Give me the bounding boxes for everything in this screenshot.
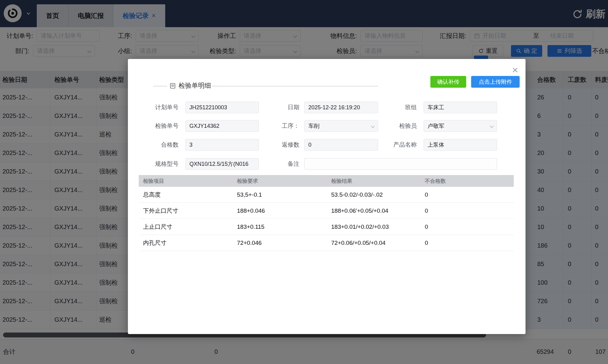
cell-unqualified-count: 0 bbox=[420, 240, 514, 246]
remark-field[interactable] bbox=[304, 158, 497, 170]
cell-item: 下外止口尺寸 bbox=[139, 207, 233, 215]
cell-item: 内孔尺寸 bbox=[139, 239, 233, 247]
team-field[interactable]: 车床工 bbox=[424, 102, 497, 113]
rework-label: 返修数 bbox=[264, 139, 299, 151]
detail-header-unqualified: 不合格数 bbox=[420, 178, 514, 185]
modal-title: 检验单明细 bbox=[179, 81, 211, 90]
cell-item: 上止口尺寸 bbox=[139, 223, 233, 231]
detail-header-item: 检验项目 bbox=[139, 178, 233, 185]
detail-table-row: 上止口尺寸183+0.115183+0.01/+0.02/+0.030 bbox=[139, 219, 514, 235]
title-divider-left bbox=[153, 86, 167, 86]
date-label: 日期 bbox=[264, 102, 299, 113]
process-value: 车削 bbox=[308, 122, 319, 130]
qualified-label: 合格数 bbox=[146, 139, 179, 151]
plan-no-label: 计划单号 bbox=[146, 102, 179, 113]
inspector-label: 检验员 bbox=[372, 120, 417, 132]
detail-table-row: 内孔尺寸72+0.04672+0.06/+0.05/+0.040 bbox=[139, 235, 514, 251]
cell-item: 总高度 bbox=[139, 191, 233, 199]
detail-table-body: 总高度53,5+-0.153.5-0.02/-0.03/-.020下外止口尺寸1… bbox=[139, 187, 514, 251]
cell-requirement: 72+0.046 bbox=[233, 240, 327, 246]
inspection-detail-modal: × 检验单明细 确认补传 点击上传附件 计划单号 JH2512210003 日期… bbox=[128, 59, 526, 334]
process-label: 工序： bbox=[264, 120, 299, 132]
upload-attachment-button[interactable]: 点击上传附件 bbox=[471, 76, 520, 88]
remark-label: 备注 bbox=[264, 158, 299, 170]
date-field[interactable]: 2025-12-22 16:19:20 bbox=[304, 102, 378, 113]
plan-no-field[interactable]: JH2512210003 bbox=[185, 102, 259, 113]
order-no-field[interactable]: GXJY14362 bbox=[185, 120, 259, 132]
title-divider-right bbox=[212, 86, 378, 86]
spec-model-label: 规格型号 bbox=[146, 158, 179, 170]
detail-table: 检验项目 检验要求 检验结果 不合格数 总高度53,5+-0.153.5-0.0… bbox=[139, 175, 514, 251]
process-select-field[interactable]: 车削 bbox=[304, 120, 378, 132]
cell-result: 72+0.06/+0.05/+0.04 bbox=[327, 240, 420, 246]
qualified-field[interactable]: 3 bbox=[185, 139, 259, 151]
team-label: 班组 bbox=[372, 102, 417, 113]
detail-header-requirement: 检验要求 bbox=[233, 178, 327, 185]
cell-result: 188+0.06'+0.05/+0.04 bbox=[327, 207, 420, 214]
detail-table-header: 检验项目 检验要求 检验结果 不合格数 bbox=[139, 175, 514, 187]
app-root: 首页 电脑汇报 检验记录 × 刷新 计划单号: 工序: 请选择 bbox=[0, 0, 608, 364]
rework-field[interactable]: 0 bbox=[304, 139, 378, 151]
detail-form-icon bbox=[169, 82, 176, 90]
inspector-value: 卢敬军 bbox=[428, 122, 444, 130]
order-no-label: 检验单号 bbox=[146, 120, 179, 132]
confirm-reupload-button[interactable]: 确认补传 bbox=[430, 76, 466, 88]
modal-close-icon[interactable]: × bbox=[512, 65, 518, 75]
chevron-down-icon bbox=[490, 124, 494, 128]
spec-model-field[interactable]: QXN10/12.5/15方(N016 bbox=[185, 158, 259, 170]
detail-header-result: 检验结果 bbox=[327, 178, 420, 185]
product-name-field[interactable]: 上泵体 bbox=[424, 139, 497, 151]
cell-unqualified-count: 0 bbox=[420, 224, 514, 230]
cell-unqualified-count: 0 bbox=[420, 191, 514, 198]
cell-result: 183+0.01/+0.02/+0.03 bbox=[327, 224, 420, 230]
cell-requirement: 188+0.046 bbox=[233, 207, 327, 214]
cell-result: 53.5-0.02/-0.03/-.02 bbox=[327, 191, 420, 198]
detail-table-row: 下外止口尺寸188+0.046188+0.06'+0.05/+0.040 bbox=[139, 203, 514, 219]
cell-requirement: 53,5+-0.1 bbox=[233, 191, 327, 198]
inspector-select-field[interactable]: 卢敬军 bbox=[424, 120, 497, 132]
cell-requirement: 183+0.115 bbox=[233, 224, 327, 230]
cell-unqualified-count: 0 bbox=[420, 207, 514, 214]
product-name-label: 产品名称 bbox=[372, 139, 417, 151]
detail-table-row: 总高度53,5+-0.153.5-0.02/-0.03/-.020 bbox=[139, 187, 514, 203]
